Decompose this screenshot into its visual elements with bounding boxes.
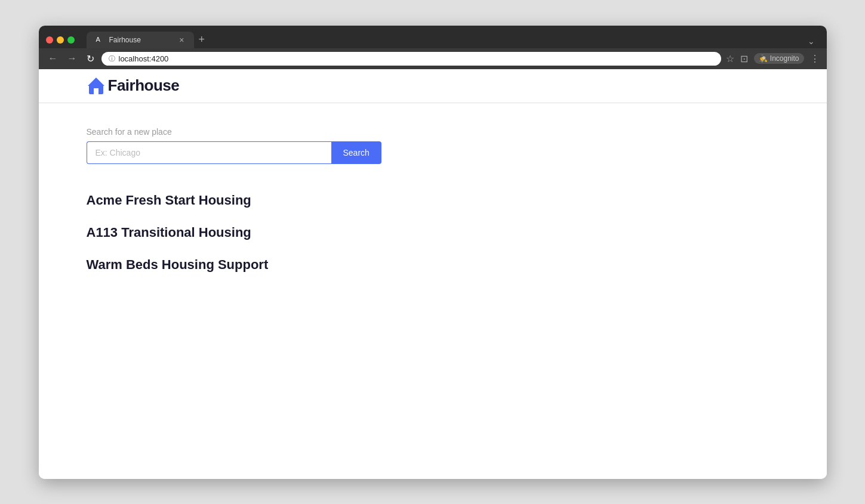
logo-text: Fairhouse	[108, 76, 180, 95]
search-label: Search for a new place	[87, 127, 779, 137]
refresh-button[interactable]: ↻	[84, 52, 97, 66]
url-text: localhost:4200	[119, 54, 169, 63]
bookmark-icon[interactable]: ☆	[726, 53, 734, 64]
logo[interactable]: Fairhouse	[87, 76, 180, 95]
app-header: Fairhouse	[39, 69, 827, 103]
search-input[interactable]	[87, 141, 331, 164]
browser-toolbar: ← → ↻ ⓘ localhost:4200 ☆ ⊡ 🕵 Incognito ⋮	[39, 48, 827, 69]
result-item-2[interactable]: A113 Transitional Housing	[87, 218, 779, 248]
forward-button[interactable]: →	[65, 52, 79, 65]
tab-dropdown-button[interactable]: ⌄	[803, 36, 820, 46]
extensions-icon[interactable]: ⊡	[740, 53, 748, 64]
tab-favicon: A	[96, 36, 104, 44]
incognito-button[interactable]: 🕵 Incognito	[754, 53, 804, 64]
browser-window: A Fairhouse × + ⌄ ← → ↻ ⓘ localhost:4200…	[39, 26, 827, 479]
active-tab[interactable]: A Fairhouse ×	[87, 32, 194, 48]
logo-icon	[87, 76, 106, 95]
maximize-traffic-light[interactable]	[67, 36, 75, 44]
incognito-icon: 🕵	[759, 54, 768, 63]
search-row: Search	[87, 141, 779, 164]
main-content: Search for a new place Search Acme Fresh…	[39, 103, 827, 304]
browser-chrome: A Fairhouse × + ⌄ ← → ↻ ⓘ localhost:4200…	[39, 26, 827, 69]
incognito-label: Incognito	[770, 54, 799, 63]
search-button[interactable]: Search	[331, 141, 381, 164]
svg-rect-2	[94, 88, 98, 94]
tab-close-button[interactable]: ×	[179, 35, 184, 45]
close-traffic-light[interactable]	[46, 36, 53, 44]
title-bar: A Fairhouse × + ⌄	[39, 26, 827, 48]
tab-title: Fairhouse	[109, 36, 175, 44]
menu-icon[interactable]: ⋮	[810, 53, 820, 64]
result-item-3[interactable]: Warm Beds Housing Support	[87, 250, 779, 280]
result-item-1[interactable]: Acme Fresh Start Housing	[87, 185, 779, 215]
tab-bar: A Fairhouse × + ⌄	[87, 32, 820, 48]
new-tab-button[interactable]: +	[194, 33, 210, 46]
minimize-traffic-light[interactable]	[57, 36, 64, 44]
address-bar[interactable]: ⓘ localhost:4200	[101, 52, 721, 66]
results-list: Acme Fresh Start Housing A113 Transition…	[87, 185, 779, 280]
svg-marker-1	[88, 78, 104, 86]
lock-icon: ⓘ	[109, 54, 115, 63]
traffic-lights	[46, 36, 75, 44]
back-button[interactable]: ←	[46, 52, 60, 65]
toolbar-right: ☆ ⊡ 🕵 Incognito ⋮	[726, 53, 820, 64]
page-content: Fairhouse Search for a new place Search …	[39, 69, 827, 479]
